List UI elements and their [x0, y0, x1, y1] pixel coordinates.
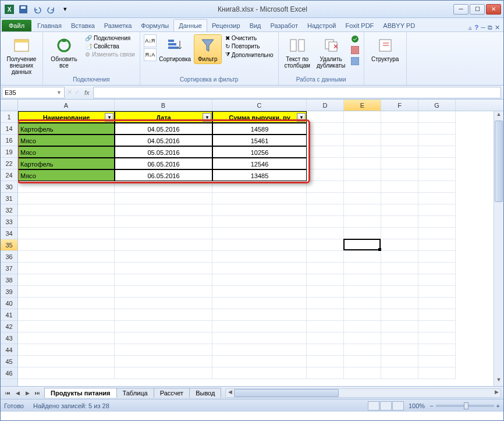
cell[interactable] — [307, 193, 344, 204]
cell[interactable] — [381, 356, 418, 367]
sheet-tab-calc[interactable]: Рассчет — [154, 388, 190, 398]
cell[interactable] — [418, 204, 456, 216]
cell[interactable]: 06.05.2016 — [115, 169, 212, 181]
cell[interactable] — [115, 344, 212, 356]
advanced-filter-button[interactable]: ⧩Дополнительно — [224, 51, 275, 59]
cells[interactable]: Наименование▾Дата▾Сумма выручки, ру▾Карт… — [18, 111, 503, 379]
cell[interactable] — [212, 263, 307, 274]
outline-button[interactable]: Структура — [368, 34, 403, 64]
cell[interactable] — [307, 169, 344, 181]
cell[interactable] — [115, 332, 212, 344]
cell[interactable] — [344, 298, 381, 309]
horizontal-scrollbar[interactable]: ◀ ▶ — [225, 388, 501, 398]
cell[interactable] — [381, 251, 418, 263]
cell[interactable] — [344, 111, 381, 123]
cell[interactable] — [344, 332, 381, 344]
cell[interactable] — [307, 135, 344, 146]
cell[interactable] — [212, 356, 307, 367]
sheet-tab-products[interactable]: Продукты питания — [44, 388, 117, 398]
cell[interactable] — [344, 216, 381, 228]
col-header-A[interactable]: A — [18, 100, 115, 111]
cell[interactable]: 13485 — [212, 169, 307, 181]
tab-addins[interactable]: Надстрой — [303, 20, 340, 31]
sort-button[interactable]: Сортировка — [159, 34, 191, 64]
cell[interactable] — [18, 228, 115, 239]
row-header[interactable]: 41 — [1, 309, 17, 321]
doc-close-icon[interactable]: ✕ — [495, 24, 500, 31]
filter-dropdown-icon[interactable]: ▾ — [203, 113, 211, 122]
cell[interactable] — [307, 309, 344, 321]
zoom-in-button[interactable]: + — [496, 402, 500, 409]
tab-view[interactable]: Вид — [245, 20, 266, 31]
connections-button[interactable]: 🔗Подключения — [84, 34, 136, 42]
cell[interactable]: 04.05.2016 — [115, 135, 212, 146]
row-header[interactable]: 36 — [1, 251, 17, 263]
row-header[interactable]: 16 — [1, 135, 17, 146]
cell[interactable]: Мясо — [18, 146, 115, 158]
cell[interactable] — [115, 204, 212, 216]
cell[interactable] — [344, 193, 381, 204]
tab-insert[interactable]: Вставка — [66, 20, 100, 31]
cell[interactable] — [18, 239, 115, 251]
cell[interactable] — [381, 274, 418, 286]
save-icon[interactable] — [17, 3, 30, 16]
row-header[interactable]: 14 — [1, 123, 17, 135]
tab-review[interactable]: Рецензир — [207, 20, 245, 31]
cell[interactable] — [18, 309, 115, 321]
cell[interactable]: Дата▾ — [115, 111, 212, 123]
cell[interactable] — [18, 298, 115, 309]
cell[interactable] — [418, 111, 456, 123]
cell[interactable] — [307, 332, 344, 344]
data-validation-button[interactable] — [350, 34, 360, 44]
cell[interactable] — [115, 321, 212, 332]
cell[interactable] — [381, 228, 418, 239]
cell[interactable] — [18, 344, 115, 356]
scroll-down-icon[interactable]: ▼ — [494, 377, 503, 386]
cell[interactable] — [18, 332, 115, 344]
cell[interactable] — [418, 321, 456, 332]
tab-data[interactable]: Данные — [173, 19, 207, 31]
doc-restore-icon[interactable]: ⧉ — [488, 24, 492, 31]
cell[interactable] — [418, 274, 456, 286]
cell[interactable] — [18, 356, 115, 367]
cell[interactable] — [381, 332, 418, 344]
cell[interactable] — [212, 286, 307, 298]
sheet-tab-table[interactable]: Таблица — [116, 388, 154, 398]
filter-button[interactable]: Фильтр — [194, 34, 222, 64]
row-header[interactable]: 33 — [1, 216, 17, 228]
cell[interactable]: 04.05.2016 — [115, 123, 212, 135]
sort-asc-button[interactable]: А↓Я — [144, 34, 157, 47]
cell[interactable] — [115, 274, 212, 286]
text-to-columns-button[interactable]: Текст по столбцам — [282, 34, 313, 70]
cell[interactable] — [418, 169, 456, 181]
cell[interactable] — [115, 286, 212, 298]
scroll-up-icon[interactable]: ▲ — [494, 111, 503, 121]
cell[interactable] — [212, 367, 307, 379]
cell[interactable] — [307, 356, 344, 367]
cell[interactable]: Мясо — [18, 169, 115, 181]
cell[interactable] — [418, 135, 456, 146]
cell[interactable] — [344, 309, 381, 321]
vscroll-thumb[interactable] — [495, 121, 503, 202]
cell[interactable] — [344, 263, 381, 274]
cell[interactable] — [381, 193, 418, 204]
cell[interactable]: Мясо — [18, 135, 115, 146]
cell[interactable] — [307, 251, 344, 263]
cell[interactable] — [418, 181, 456, 193]
cell[interactable]: 14589 — [212, 123, 307, 135]
normal-view-button[interactable] — [368, 401, 379, 411]
excel-icon[interactable]: X — [3, 3, 16, 16]
cell[interactable] — [115, 367, 212, 379]
row-header[interactable]: 43 — [1, 332, 17, 344]
zoom-slider[interactable] — [436, 405, 494, 407]
cell[interactable] — [115, 239, 212, 251]
refresh-all-button[interactable]: Обновить все — [47, 34, 81, 70]
cell[interactable] — [344, 367, 381, 379]
tab-home[interactable]: Главная — [33, 20, 66, 31]
col-header-D[interactable]: D — [307, 100, 344, 111]
cell[interactable] — [115, 356, 212, 367]
row-header[interactable]: 39 — [1, 286, 17, 298]
cell[interactable] — [418, 263, 456, 274]
cell[interactable] — [381, 286, 418, 298]
cell[interactable] — [381, 123, 418, 135]
